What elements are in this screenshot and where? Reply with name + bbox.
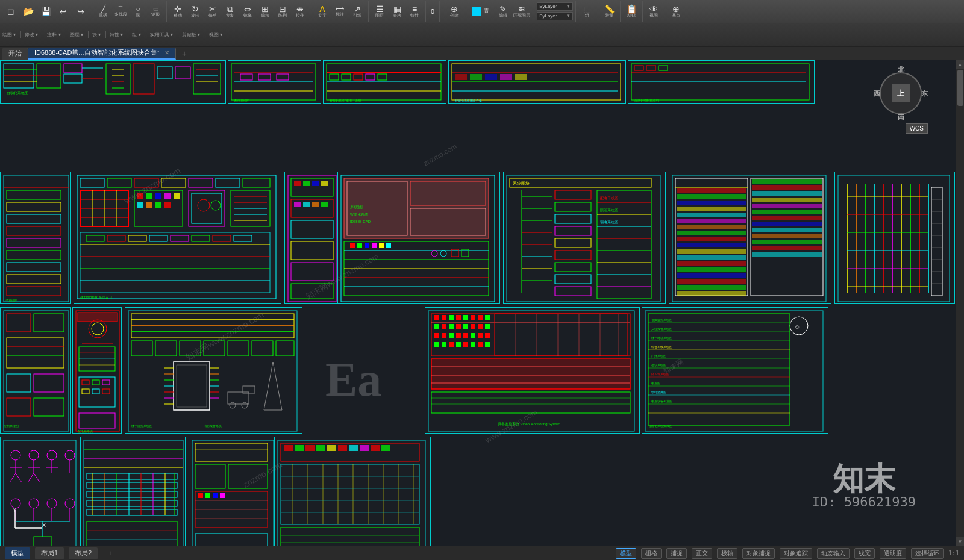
svg-rect-277	[102, 389, 110, 394]
create-group: ⊕ 创建	[442, 1, 469, 22]
create-btn[interactable]: ⊕ 创建	[442, 2, 466, 21]
svg-rect-116	[321, 181, 328, 186]
table-btn[interactable]: ▦ 表格	[389, 2, 405, 21]
status-lw-btn[interactable]: 线宽	[854, 548, 875, 559]
svg-rect-111	[291, 263, 333, 281]
canvas-area[interactable]: 北 南 东 西 上 WCS ▲ ▼ www.znzmo.com 知末网www.z…	[0, 60, 964, 546]
status-osnap-btn[interactable]: 对象捕捉	[742, 548, 775, 559]
linetype-dropdown[interactable]: ByLayer ▼	[537, 2, 573, 11]
cad-frame-11: 子系统图	[0, 172, 71, 304]
svg-text:自动化控制系统图: 自动化控制系统图	[634, 99, 659, 102]
svg-rect-275	[82, 389, 89, 394]
drawing-canvas[interactable]: 北 南 东 西 上 WCS ▲ ▼ www.znzmo.com 知末网www.z…	[0, 60, 964, 546]
svg-rect-348	[485, 342, 490, 347]
cad-frame-5: 自动化控制系统图	[628, 60, 815, 104]
wcs-indicator[interactable]: WCS	[906, 123, 928, 134]
svg-rect-74	[146, 193, 152, 199]
svg-rect-54	[646, 66, 656, 70]
status-trans-btn[interactable]: 透明度	[880, 548, 906, 559]
svg-rect-197	[677, 285, 746, 290]
trim-btn[interactable]: ✂ 修剪	[204, 2, 221, 21]
rect-btn[interactable]: ▭ 矩形	[147, 2, 164, 21]
svg-rect-80	[155, 202, 161, 208]
svg-rect-331	[478, 324, 483, 329]
svg-rect-158	[555, 202, 591, 211]
coord-display: 1:1	[948, 550, 959, 556]
status-model-btn[interactable]: 模型	[616, 548, 636, 559]
svg-rect-220	[7, 250, 61, 260]
status-tab-layout1[interactable]: 布局1	[35, 547, 64, 559]
svg-rect-460	[316, 445, 325, 451]
tab-main[interactable]: ID6888-CAD第...自动智能化系统图块合集* ✕	[28, 48, 176, 60]
status-ortho-btn[interactable]: 正交	[692, 548, 712, 559]
svg-rect-425	[87, 500, 177, 506]
status-snap-btn[interactable]: 捕捉	[666, 548, 687, 559]
svg-rect-187	[677, 225, 746, 229]
scroll-up-btn[interactable]: ▲	[956, 60, 965, 69]
dim-btn[interactable]: ⟷ 标注	[331, 2, 348, 21]
scrollbar-right[interactable]: ▲ ▼	[956, 60, 964, 546]
array-btn[interactable]: ⊟ 阵列	[274, 2, 291, 21]
svg-rect-332	[485, 324, 490, 329]
paste-btn[interactable]: 📋 粘贴	[623, 2, 640, 21]
svg-text:机房图: 机房图	[651, 381, 660, 385]
basepoint-btn[interactable]: ⊕ 基点	[668, 2, 684, 21]
svg-rect-444	[228, 464, 268, 488]
svg-point-310	[242, 402, 248, 408]
tab-start[interactable]: 开始	[2, 48, 28, 60]
svg-rect-345	[463, 342, 468, 347]
svg-rect-318	[442, 315, 446, 320]
copy-btn[interactable]: ⧉ 复制	[222, 2, 239, 21]
stretch-btn[interactable]: ⇹ 拉伸	[292, 2, 308, 21]
svg-rect-451	[213, 493, 218, 498]
match-btn[interactable]: ≋ 匹配图层	[512, 2, 531, 21]
svg-rect-461	[327, 445, 336, 451]
circle-btn[interactable]: ○ 圆	[130, 2, 146, 21]
redo-btn[interactable]: ↪	[72, 2, 89, 21]
lineweight-dropdown[interactable]: ByLayer ▼	[537, 12, 573, 20]
svg-rect-137	[365, 243, 369, 248]
svg-rect-37	[366, 74, 375, 80]
cad-frame-6: 建筑智能化系统设计	[74, 172, 281, 304]
edit-btn[interactable]: ✎ 编辑	[495, 2, 512, 21]
layer-btn[interactable]: ☰ 图层	[371, 2, 388, 21]
new-btn[interactable]: ◻	[2, 2, 19, 21]
compass-center[interactable]: 上	[892, 84, 910, 102]
svg-rect-440	[192, 440, 274, 546]
scroll-down-btn[interactable]: ▼	[956, 537, 965, 546]
undo-btn[interactable]: ↩	[55, 2, 72, 21]
svg-rect-210	[752, 240, 822, 244]
tab-add-btn[interactable]: +	[178, 48, 190, 60]
color-group: 青	[472, 1, 492, 22]
move-btn[interactable]: ✛ 移动	[169, 2, 186, 21]
offset-btn[interactable]: ⊞ 偏移	[257, 2, 274, 21]
leader-btn[interactable]: ↗ 引线	[349, 2, 366, 21]
save-btn[interactable]: 💾	[37, 2, 54, 21]
scroll-thumb-v[interactable]	[957, 70, 963, 106]
svg-text:配电系统图: 配电系统图	[234, 99, 249, 102]
svg-rect-288	[204, 341, 225, 356]
properties-btn[interactable]: ≡ 特性	[406, 2, 423, 21]
status-dyn-btn[interactable]: 动态输入	[817, 548, 850, 559]
text-btn[interactable]: A 文字	[314, 2, 331, 21]
status-tab-layout2[interactable]: 布局2	[69, 547, 98, 559]
view-btn[interactable]: 👁 视图	[645, 2, 662, 21]
status-sel-btn[interactable]: 选择循环	[911, 548, 944, 559]
polyline-btn[interactable]: ⌒ 多线段	[112, 2, 129, 21]
svg-text:Y: Y	[13, 507, 16, 513]
open-btn[interactable]: 📂	[20, 2, 37, 21]
status-tab-model[interactable]: 模型	[5, 547, 30, 559]
svg-point-410	[47, 499, 57, 508]
status-grid-btn[interactable]: 栅格	[641, 548, 662, 559]
line-btn[interactable]: ╱ 直线	[95, 2, 111, 21]
mirror-btn[interactable]: ⇔ 镜像	[239, 2, 256, 21]
color-swatch[interactable]	[472, 7, 481, 16]
measure-btn[interactable]: 📏 测量	[601, 2, 618, 21]
layout-add-btn[interactable]: +	[105, 547, 117, 559]
rotate-btn[interactable]: ↻ 旋转	[187, 2, 204, 21]
status-polar-btn[interactable]: 极轴	[717, 548, 737, 559]
group-btn[interactable]: ⬚ 组	[578, 2, 595, 21]
tab-close-icon[interactable]: ✕	[164, 49, 169, 56]
status-otrack-btn[interactable]: 对象追踪	[780, 548, 812, 559]
svg-point-396	[29, 450, 39, 460]
